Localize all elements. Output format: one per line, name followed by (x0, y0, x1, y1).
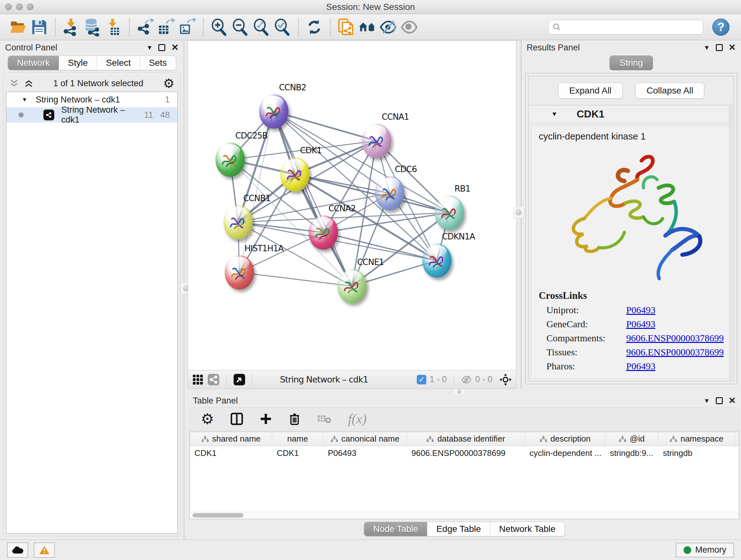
new-network-from-selection-button[interactable] (336, 17, 357, 38)
scrollbar-thumb[interactable] (192, 513, 244, 517)
crosslink-value-link[interactable]: 9606.ENSP00000378699 (626, 333, 724, 344)
column-header-shared-name[interactable]: shared name (190, 432, 272, 446)
table-cell[interactable]: P06493 (323, 446, 407, 460)
export-table-button[interactable] (156, 17, 177, 38)
zoom-in-button[interactable] (209, 17, 230, 38)
crosslink-value-link[interactable]: P06493 (626, 305, 656, 315)
network-node-cdk1[interactable] (280, 157, 310, 192)
tab-network[interactable]: Network (8, 56, 59, 70)
close-panel-icon[interactable]: ✕ (171, 43, 179, 52)
collection-name: String Network – cdk1 (36, 95, 165, 105)
collapse-all-button[interactable]: Collapse All (635, 83, 704, 99)
column-header-name[interactable]: name (272, 432, 323, 446)
memory-button[interactable]: Memory (676, 543, 734, 557)
search-input[interactable] (564, 22, 699, 32)
network-row[interactable]: String Network – cdk1 11 48 (6, 107, 178, 123)
entry-disclosure-icon[interactable]: ▼ (551, 111, 557, 118)
network-node-hist1h1a[interactable] (225, 255, 254, 290)
maximize-panel-icon[interactable] (716, 397, 723, 404)
float-panel-icon[interactable]: ▼ (704, 397, 710, 405)
export-network-button[interactable] (135, 17, 156, 38)
right-splitter[interactable] (516, 40, 522, 389)
import-network-from-database-button[interactable] (82, 17, 103, 38)
node-result-header[interactable]: ▼ CDK1 (529, 105, 734, 123)
zoom-out-button[interactable] (230, 17, 251, 38)
network-node-rb1[interactable] (434, 195, 464, 230)
search-box[interactable] (548, 20, 703, 35)
table-horizontal-scrollbar[interactable] (191, 512, 738, 518)
delete-icon[interactable] (288, 413, 300, 425)
table-cell[interactable]: CDK1 (272, 446, 323, 460)
network-node-ccna2[interactable] (309, 215, 338, 250)
zoom-selected-button[interactable] (272, 17, 293, 38)
table-row[interactable]: CDK1CDK1P064939606.ENSP00000378699cyclin… (190, 446, 739, 460)
network-edge[interactable] (274, 111, 352, 286)
crosslink-value-link[interactable]: 9606.ENSP00000378699 (626, 347, 724, 358)
first-neighbors-button[interactable] (357, 17, 378, 38)
table-cell[interactable]: 9606.ENSP00000378699 (407, 446, 525, 460)
show-columns-icon[interactable] (230, 413, 243, 425)
network-canvas[interactable]: CCNB2CCNA1CDC25BCDK1CDC6RB1CCNB1CCNA2CDK… (188, 40, 516, 370)
network-node-cdc25b[interactable] (215, 142, 245, 177)
hide-selected-button[interactable] (378, 17, 399, 38)
column-header-namespace[interactable]: namespace (658, 432, 735, 446)
show-all-button[interactable] (399, 17, 420, 38)
float-panel-icon[interactable]: ▼ (146, 44, 153, 51)
tab-node-table[interactable]: Node Table (364, 522, 427, 536)
table-cell[interactable]: CDK1 (190, 446, 272, 460)
column-header-canonical-name[interactable]: canonical name (323, 432, 407, 446)
cloud-button[interactable] (7, 543, 28, 558)
close-panel-icon[interactable]: ✕ (729, 43, 736, 52)
tab-style[interactable]: Style (59, 56, 97, 70)
network-node-cdc6[interactable] (375, 176, 404, 210)
refresh-view-button[interactable] (304, 17, 325, 38)
expand-all-button[interactable]: Expand All (558, 83, 623, 99)
crosslink-value-link[interactable]: P06493 (626, 361, 656, 372)
tab-edge-table[interactable]: Edge Table (427, 522, 490, 536)
selected-checkbox-icon[interactable]: ✓ (417, 375, 426, 384)
save-session-button[interactable] (29, 17, 50, 38)
table-options-gear-icon[interactable]: ⚙ (201, 412, 214, 426)
maximize-panel-icon[interactable] (716, 44, 723, 51)
network-edge[interactable] (238, 111, 274, 222)
table-splitter[interactable] (188, 389, 741, 394)
export-image-button[interactable] (177, 17, 198, 38)
maximize-panel-icon[interactable] (158, 44, 165, 51)
network-options-gear-icon[interactable]: ⚙ (163, 77, 175, 90)
network-node-ccnb2[interactable] (259, 94, 288, 129)
tab-network-table[interactable]: Network Table (490, 522, 564, 536)
open-session-button[interactable] (8, 17, 29, 38)
network-node-cdkn1a[interactable] (422, 243, 452, 278)
network-edge[interactable] (239, 272, 352, 286)
open-in-window-icon[interactable] (233, 374, 245, 385)
close-panel-icon[interactable]: ✕ (729, 396, 736, 405)
birdseye-icon[interactable] (499, 374, 512, 386)
network-node-ccnb1[interactable] (223, 205, 253, 240)
import-table-button[interactable] (103, 17, 124, 38)
results-scrollbar[interactable] (729, 106, 733, 380)
table-cell[interactable]: cyclin-dependent ... (525, 446, 605, 460)
tab-sets[interactable]: Sets (140, 56, 176, 70)
grid-view-icon[interactable] (192, 374, 203, 385)
table-cell[interactable]: stringdb (658, 446, 735, 460)
tab-select[interactable]: Select (97, 56, 140, 70)
network-node-ccne1[interactable] (337, 269, 367, 303)
float-panel-icon[interactable]: ▼ (704, 44, 710, 51)
network-node-ccna1[interactable] (362, 124, 391, 158)
column-header-description[interactable]: description (525, 432, 605, 446)
import-network-button[interactable] (61, 17, 82, 38)
crosslink-value-link[interactable]: P06493 (626, 319, 656, 329)
help-button[interactable]: ? (712, 18, 730, 36)
collection-disclosure-icon[interactable]: ▼ (22, 97, 27, 103)
warnings-button[interactable] (34, 543, 55, 558)
left-splitter[interactable] (184, 40, 188, 540)
column-header-database-identifier[interactable]: database identifier (407, 432, 525, 446)
network-overview-icon[interactable] (208, 374, 219, 385)
collapse-all-icon[interactable] (9, 79, 19, 87)
column-header-@id[interactable]: @id (605, 432, 658, 446)
tab-string[interactable]: String (610, 56, 653, 70)
expand-all-icon[interactable] (24, 79, 33, 87)
add-icon[interactable] (260, 413, 272, 425)
zoom-fit-button[interactable] (251, 17, 272, 38)
table-cell[interactable]: stringdb:9... (605, 446, 658, 460)
